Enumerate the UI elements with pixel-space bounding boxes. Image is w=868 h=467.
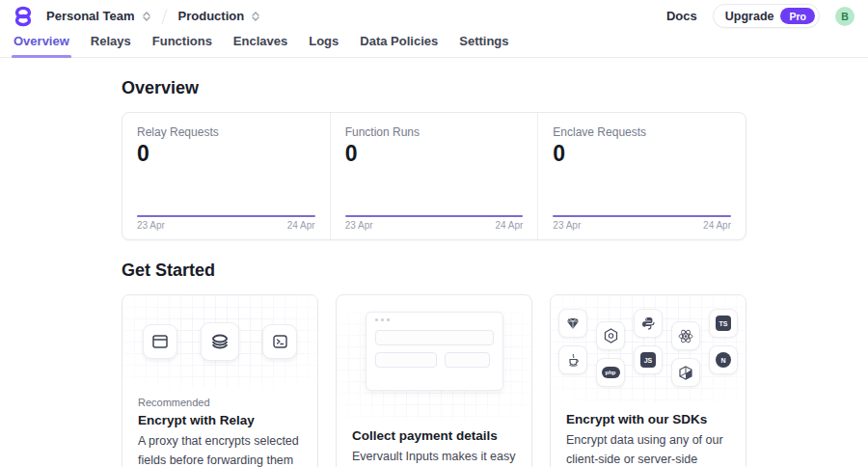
function-runs-sparkline: 23 Apr 24 Apr — [345, 215, 524, 231]
tab-enclaves[interactable]: Enclaves — [233, 32, 287, 57]
axis-tick-start: 23 Apr — [553, 220, 581, 231]
sdk-grid-illustration: php JS — [551, 295, 746, 403]
ruby-icon — [558, 309, 587, 338]
axis-tick-end: 24 Apr — [703, 220, 731, 231]
upgrade-label: Upgrade — [725, 10, 774, 23]
overview-heading: Overview — [122, 78, 746, 98]
recommended-badge: Recommended — [138, 397, 302, 408]
tab-overview[interactable]: Overview — [14, 32, 69, 57]
stat-label: Enclave Requests — [553, 125, 731, 139]
axis-tick-start: 23 Apr — [345, 220, 373, 231]
stat-value: 0 — [137, 142, 315, 166]
sparkline-series — [137, 215, 315, 217]
team-selector[interactable]: Personal Team — [46, 9, 150, 23]
card-collect-payment-details[interactable]: Collect payment details Evervault Inputs… — [336, 294, 532, 467]
breadcrumb-divider — [161, 9, 167, 24]
relay-stack-icon — [201, 322, 239, 361]
go-cube-icon — [671, 358, 700, 387]
pro-badge: Pro — [780, 8, 815, 24]
mock-card-number-field — [375, 330, 494, 345]
browser-window-icon — [143, 324, 177, 359]
get-started-heading: Get Started — [122, 261, 746, 281]
python-icon — [634, 309, 663, 338]
node-hexagon-icon — [596, 321, 625, 350]
stats-card: Relay Requests 0 23 Apr 24 Apr Function … — [122, 112, 746, 240]
tab-functions[interactable]: Functions — [152, 32, 212, 57]
enclave-requests-sparkline: 23 Apr 24 Apr — [553, 215, 731, 231]
tab-logs[interactable]: Logs — [309, 32, 339, 57]
mock-browser-window — [366, 312, 503, 391]
javascript-icon: JS — [634, 345, 663, 374]
nodejs-circle-icon: N — [709, 345, 738, 374]
stat-label: Function Runs — [345, 125, 524, 139]
sparkline-series — [553, 215, 731, 217]
axis-tick-end: 24 Apr — [495, 220, 523, 231]
docs-link[interactable]: Docs — [666, 9, 697, 23]
get-started-cards: Recommended Encrypt with Relay A proxy t… — [122, 294, 746, 467]
axis-tick-start: 23 Apr — [137, 220, 165, 231]
avatar[interactable]: B — [835, 7, 854, 26]
card-title: Encrypt with Relay — [138, 413, 302, 427]
stat-label: Relay Requests — [137, 125, 315, 139]
tab-settings[interactable]: Settings — [459, 32, 508, 57]
axis-tick-end: 24 Apr — [287, 220, 315, 231]
mock-cvc-field — [445, 352, 490, 368]
tab-data-policies[interactable]: Data Policies — [360, 32, 438, 57]
card-title: Collect payment details — [352, 428, 516, 443]
main-nav: Overview Relays Functions Enclaves Logs … — [0, 32, 868, 58]
card-description: Evervault Inputs makes it easy to collec… — [352, 447, 516, 467]
stat-enclave-requests: Enclave Requests 0 23 Apr 24 Apr — [537, 113, 746, 239]
typescript-icon: TS — [709, 309, 738, 338]
stat-relay-requests: Relay Requests 0 23 Apr 24 Apr — [122, 113, 330, 239]
card-description: A proxy that encrypts selected fields be… — [138, 431, 302, 467]
php-icon: php — [596, 358, 625, 387]
stat-function-runs: Function Runs 0 23 Apr 24 Apr — [330, 113, 538, 239]
environment-name: Production — [178, 9, 245, 23]
card-encrypt-with-sdks[interactable]: php JS — [550, 294, 746, 467]
environment-selector-icon — [252, 12, 259, 21]
react-icon — [671, 321, 700, 350]
window-dots-icon — [375, 318, 494, 321]
card-encrypt-with-relay[interactable]: Recommended Encrypt with Relay A proxy t… — [122, 294, 318, 467]
relay-requests-sparkline: 23 Apr 24 Apr — [137, 215, 315, 231]
upgrade-button[interactable]: Upgrade Pro — [713, 4, 820, 28]
mock-expiry-field — [375, 352, 437, 368]
top-bar: Personal Team Production Docs Upgrade Pr… — [0, 0, 868, 32]
terminal-icon — [262, 324, 297, 359]
team-selector-icon — [143, 12, 150, 21]
environment-selector[interactable]: Production — [178, 9, 260, 23]
main-content: Overview Relay Requests 0 23 Apr 24 Apr … — [0, 78, 868, 467]
tab-relays[interactable]: Relays — [91, 32, 131, 57]
relay-illustration — [122, 295, 317, 388]
stat-value: 0 — [553, 142, 731, 166]
card-title: Encrypt with our SDKs — [566, 412, 730, 426]
sparkline-series — [345, 215, 524, 217]
java-icon — [558, 345, 587, 374]
payment-form-illustration — [337, 312, 531, 420]
card-description: Encrypt data using any of our client-sid… — [566, 430, 730, 467]
team-name: Personal Team — [46, 9, 135, 23]
stat-value: 0 — [345, 142, 524, 166]
evervault-logo[interactable] — [14, 5, 35, 28]
